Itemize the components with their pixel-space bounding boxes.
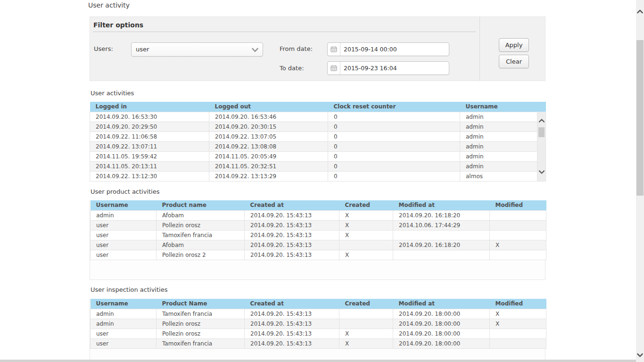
column-header: Modified bbox=[490, 200, 546, 210]
cell: 2014.11.05. 20:05:49 bbox=[209, 151, 328, 161]
table-header-row: UsernameProduct NameCreated atCreatedMod… bbox=[91, 299, 546, 309]
cell: Tamoxifen francia bbox=[157, 230, 245, 240]
cell: 2014.11.05. 20:13:11 bbox=[90, 161, 209, 171]
cell: 2014.09.20. 15:43:13 bbox=[245, 210, 339, 220]
cell: 2014.09.20. 20:30:15 bbox=[209, 122, 328, 132]
to-date-input[interactable] bbox=[344, 62, 445, 74]
cell: Afobam bbox=[157, 240, 245, 250]
cell bbox=[490, 210, 546, 220]
cell: 2014.09.20. 20:29:50 bbox=[90, 122, 209, 132]
cell: admin bbox=[460, 132, 537, 141]
cell: Afobam bbox=[157, 210, 245, 220]
users-select-value: user bbox=[136, 46, 149, 53]
cell: admin bbox=[460, 151, 537, 161]
cell bbox=[393, 230, 490, 240]
cell: admin bbox=[460, 161, 537, 171]
scroll-up-icon[interactable] bbox=[537, 119, 545, 123]
cell: Pollezin orosz bbox=[157, 319, 245, 329]
scrollbar-thumb[interactable] bbox=[636, 40, 644, 196]
cell: 0 bbox=[328, 141, 460, 151]
cell: X bbox=[490, 240, 546, 250]
cell: admin bbox=[460, 122, 537, 132]
cell: admin bbox=[91, 210, 157, 220]
calendar-icon bbox=[328, 43, 340, 56]
cell: X bbox=[339, 329, 393, 338]
column-header: Clock reset counter bbox=[328, 102, 460, 112]
table-row: 2014.09.20. 20:29:502014.09.20. 20:30:15… bbox=[90, 122, 546, 132]
scroll-up-icon[interactable] bbox=[636, 9, 644, 14]
users-select[interactable]: user bbox=[131, 42, 263, 57]
scroll-down-icon[interactable] bbox=[636, 353, 644, 357]
calendar-icon bbox=[328, 62, 340, 74]
from-date-field[interactable] bbox=[327, 42, 449, 56]
cell: user bbox=[91, 240, 157, 250]
page-title: User activity bbox=[88, 1, 130, 9]
cell: user bbox=[91, 220, 157, 230]
scrollbar-thumb[interactable] bbox=[538, 127, 545, 137]
cell: 2014.09.20. 15:43:13 bbox=[245, 220, 339, 230]
divider bbox=[479, 17, 480, 81]
cell: X bbox=[339, 220, 393, 230]
column-header: Username bbox=[91, 200, 157, 210]
scrollbar-gutter bbox=[537, 102, 546, 112]
column-header: Created bbox=[339, 200, 393, 210]
table-row: userPollezin orosz2014.09.20. 15:43:13X2… bbox=[91, 329, 546, 338]
cell bbox=[339, 319, 393, 329]
column-header: Product name bbox=[157, 200, 245, 210]
scroll-down-icon[interactable] bbox=[537, 170, 545, 174]
apply-button[interactable]: Apply bbox=[499, 38, 529, 52]
cell: 2014.09.20. 15:43:13 bbox=[245, 230, 339, 240]
table-row: 2014.09.22. 11:06:582014.09.22. 13:07:05… bbox=[90, 132, 546, 141]
cell bbox=[490, 220, 546, 230]
cell: 2014.09.20. 15:43:13 bbox=[245, 250, 339, 260]
chevron-down-icon bbox=[252, 48, 258, 52]
cell: user bbox=[91, 338, 157, 348]
cell: 2014.09.20. 15:43:13 bbox=[245, 338, 339, 348]
from-date-input[interactable] bbox=[344, 43, 445, 56]
cell: X bbox=[339, 230, 393, 240]
cell: Pollezin orosz 2 bbox=[157, 250, 245, 260]
cell: X bbox=[339, 210, 393, 220]
user-inspection-activities-table: UsernameProduct NameCreated atCreatedMod… bbox=[90, 299, 545, 360]
column-header: Modified bbox=[490, 299, 546, 309]
table-row: 2014.11.05. 19:59:422014.11.05. 20:05:49… bbox=[90, 151, 546, 161]
cell: 2014.09.20. 15:43:13 bbox=[245, 240, 339, 250]
table-row: 2014.09.20. 16:53:302014.09.20. 16:53:46… bbox=[90, 112, 546, 122]
table-row: adminAfobam2014.09.20. 15:43:13X2014.09.… bbox=[91, 210, 546, 220]
cell: Pollezin orosz bbox=[157, 220, 245, 230]
users-label: Users: bbox=[94, 45, 113, 52]
column-header: Username bbox=[91, 299, 157, 309]
cell: 2014.09.22. 13:08:08 bbox=[209, 141, 328, 151]
cell bbox=[490, 329, 546, 338]
cell bbox=[490, 230, 546, 240]
cell: 2014.09.20. 16:18:20 bbox=[393, 240, 490, 250]
cell: 2014.09.20. 15:43:13 bbox=[245, 319, 339, 329]
table-scrollbar[interactable] bbox=[537, 112, 545, 181]
cell: 2014.09.22. 13:12:30 bbox=[90, 171, 209, 181]
column-header: Created at bbox=[245, 299, 339, 309]
cell: X bbox=[339, 338, 393, 348]
cell bbox=[393, 250, 490, 260]
cell: 2014.09.20. 16:18:20 bbox=[393, 210, 490, 220]
cell bbox=[339, 240, 393, 250]
cell: Tamoxifen francia bbox=[157, 338, 245, 348]
horizontal-scrollbar[interactable] bbox=[0, 360, 636, 362]
table-row: userAfobam2014.09.20. 15:43:132014.09.20… bbox=[91, 240, 546, 250]
table-row: 2014.09.22. 13:07:112014.09.22. 13:08:08… bbox=[90, 141, 546, 151]
cell: 2014.09.22. 13:07:05 bbox=[209, 132, 328, 141]
page-scrollbar[interactable] bbox=[636, 0, 644, 362]
to-date-field[interactable] bbox=[327, 61, 449, 75]
clear-button[interactable]: Clear bbox=[499, 55, 529, 68]
cell: Tamoxifen francia bbox=[157, 309, 245, 319]
cell: 2014.10.06. 17:44:29 bbox=[393, 220, 490, 230]
cell: admin bbox=[460, 141, 537, 151]
cell bbox=[339, 309, 393, 319]
column-header: Modified at bbox=[393, 299, 490, 309]
cell: admin bbox=[460, 112, 537, 122]
user-product-activities-table: UsernameProduct nameCreated atCreatedMod… bbox=[90, 200, 545, 280]
cell: Pollezin orosz bbox=[157, 329, 245, 338]
cell bbox=[490, 250, 546, 260]
cell: 2014.11.05. 19:59:42 bbox=[90, 151, 209, 161]
column-header: Product Name bbox=[157, 299, 245, 309]
cell bbox=[490, 338, 546, 348]
